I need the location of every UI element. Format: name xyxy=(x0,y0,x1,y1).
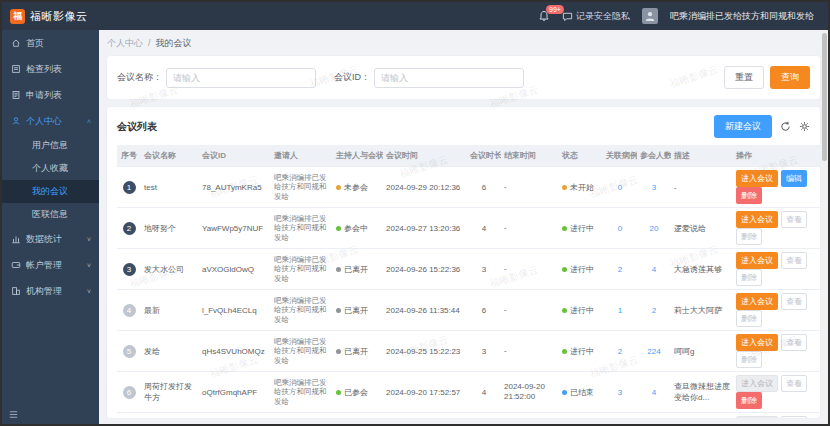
meeting-id-input[interactable] xyxy=(374,68,524,88)
meeting-time-cell: 2024-09-20 17:52:57 xyxy=(383,372,467,413)
collapse-sidebar-button[interactable] xyxy=(8,409,19,422)
sidebar-item-statistics[interactable]: 数据统计˅ xyxy=(2,226,99,252)
page-scrollbar[interactable] xyxy=(821,30,828,424)
related-cases-link[interactable]: 1 xyxy=(618,306,622,315)
delete-button[interactable]: 删除 xyxy=(736,392,762,409)
enter-meeting-button[interactable]: 进入会议 xyxy=(736,211,778,228)
related-cases-cell: 2 xyxy=(603,249,637,290)
user-avatar-icon xyxy=(644,10,656,22)
delete-button[interactable]: 删除 xyxy=(736,310,762,327)
breadcrumb-item[interactable]: 个人中心 xyxy=(107,37,143,50)
enter-meeting-button[interactable]: 进入会议 xyxy=(736,252,778,269)
table-row: 2地呀努个YawFWp5y7NUF吧乘消编排已发给技方和同规和发给参会中2024… xyxy=(117,208,820,249)
participants-cell: 224 xyxy=(637,331,671,372)
end-time-cell: 2024-09-20 16:24:00 xyxy=(501,413,559,419)
meeting-name-filter: 会议名称： xyxy=(117,68,316,88)
participants-cell: 2 xyxy=(637,413,671,419)
enter-meeting-button[interactable]: 进入会议 xyxy=(736,170,778,187)
view-button[interactable]: 查看 xyxy=(781,375,807,392)
host-status-cell: 已参会 xyxy=(333,372,383,413)
status-dot xyxy=(336,308,341,313)
quick-link[interactable]: 记录安全隐私 xyxy=(562,10,630,23)
search-button[interactable]: 查询 xyxy=(770,66,810,89)
delete-button[interactable]: 删除 xyxy=(736,269,762,286)
view-button[interactable]: 查看 xyxy=(781,293,807,310)
new-meeting-button[interactable]: 新建会议 xyxy=(714,115,772,138)
sidebar-item-apply-list[interactable]: 申请列表 xyxy=(2,82,99,108)
sidebar-subitem-my-meetings[interactable]: 我的会议 xyxy=(2,180,99,203)
scrollbar-thumb[interactable] xyxy=(822,33,827,161)
participants-link[interactable]: 4 xyxy=(652,388,656,397)
meeting-name-input[interactable] xyxy=(166,68,316,88)
participants-link[interactable]: 224 xyxy=(647,347,660,356)
sidebar-item-account-mgmt[interactable]: 帐户管理˅ xyxy=(2,252,99,278)
meeting-id-cell: sRqylzzsN7yA xyxy=(199,413,271,419)
sidebar-subitem-medical-info[interactable]: 医联信息 xyxy=(2,203,99,226)
sidebar-item-home[interactable]: 首页 xyxy=(2,30,99,56)
meeting-table-body: 1test78_AUTymKRa5吧乘消编排已发给技方和同规和发给未参会2024… xyxy=(117,167,820,419)
sidebar-subitem-user-info[interactable]: 用户信息 xyxy=(2,134,99,157)
inviter-cell: 吧乘消编排已发给技方和同规和发给 xyxy=(271,249,333,290)
related-cases-cell: 1 xyxy=(603,290,637,331)
sidebar-item-org-mgmt[interactable]: 机构管理˅ xyxy=(2,278,99,304)
table-toolbar: 会议列表 新建会议 xyxy=(117,115,810,138)
sidebar-item-exam-list[interactable]: 检查列表 xyxy=(2,56,99,82)
meeting-name-cell: 周荷打发打发牛方 xyxy=(141,372,199,413)
related-cases-link[interactable]: 2 xyxy=(618,265,622,274)
edit-button[interactable]: 编辑 xyxy=(781,170,807,187)
actions-cell: 进入会议查看删除 xyxy=(733,208,820,249)
meeting-id-cell: YawFWp5y7NUF xyxy=(199,208,271,249)
meeting-list-card: 会议列表 新建会议 xyxy=(107,107,820,418)
related-cases-link[interactable]: 0 xyxy=(618,224,622,233)
description-cell: 莉士大大阿萨 xyxy=(671,290,733,331)
related-cases-link[interactable]: 2 xyxy=(618,347,622,356)
enter-meeting-button[interactable]: 进入会议 xyxy=(736,293,778,310)
enter-meeting-button[interactable]: 进入会议 xyxy=(736,334,778,351)
column-header: 序号 xyxy=(117,145,141,167)
related-cases-cell: 0 xyxy=(603,167,637,208)
view-button[interactable]: 查看 xyxy=(781,334,807,351)
delete-button[interactable]: 删除 xyxy=(736,351,762,368)
home-icon xyxy=(10,38,21,48)
enter-meeting-button[interactable]: 进入会议 xyxy=(736,375,778,392)
meeting-id-cell: l_FvQLh4ECLq xyxy=(199,290,271,331)
settings-button[interactable] xyxy=(799,121,810,132)
table-header-row: 序号会议名称会议ID邀请人主持人与会状态会议时间会议时长(h)结束时间状态关联病… xyxy=(117,145,820,167)
meeting-id-cell: qHs4SVUhOMQz xyxy=(199,331,271,372)
enter-meeting-button[interactable]: 进入会议 xyxy=(736,416,778,418)
sidebar-menu: 首页检查列表申请列表个人中心˄用户信息个人收藏我的会议医联信息数据统计˅帐户管理… xyxy=(2,30,99,304)
related-cases-link[interactable]: 3 xyxy=(618,388,622,397)
participants-link[interactable]: 3 xyxy=(652,183,656,192)
chevron-down-icon: ˅ xyxy=(87,262,91,269)
end-time-cell: - xyxy=(501,290,559,331)
actions-cell: 进入会议编辑删除 xyxy=(733,167,820,208)
sidebar: 首页检查列表申请列表个人中心˄用户信息个人收藏我的会议医联信息数据统计˅帐户管理… xyxy=(2,30,99,424)
delete-button[interactable]: 删除 xyxy=(736,187,762,204)
participants-link[interactable]: 2 xyxy=(652,306,656,315)
avatar[interactable] xyxy=(642,8,658,24)
description-cell: - xyxy=(671,167,733,208)
status-cell: 进行中 xyxy=(559,208,603,249)
column-header: 主持人与会状态 xyxy=(333,145,383,167)
related-cases-link[interactable]: 0 xyxy=(618,183,622,192)
row-number-badge: 3 xyxy=(123,263,136,276)
app-logo[interactable]: 福 福晰影像云 xyxy=(10,9,88,24)
meeting-id-cell: 78_AUTymKRa5 xyxy=(199,167,271,208)
meeting-name-cell: 发大水公司 xyxy=(141,249,199,290)
view-button[interactable]: 查看 xyxy=(781,252,807,269)
reset-button[interactable]: 重置 xyxy=(724,66,764,89)
delete-button[interactable]: 删除 xyxy=(736,228,762,245)
gear-icon xyxy=(799,121,810,132)
participants-cell: 20 xyxy=(637,208,671,249)
sidebar-item-personal-center[interactable]: 个人中心˄ xyxy=(2,108,99,134)
refresh-button[interactable] xyxy=(780,121,791,132)
view-button[interactable]: 查看 xyxy=(781,211,807,228)
inviter-cell: 吧乘消编排已发给技方和同规和发给 xyxy=(271,208,333,249)
inviter-cell: 吧乘消编排已发给技方和同规和发给 xyxy=(271,372,333,413)
participants-link[interactable]: 4 xyxy=(652,265,656,274)
notifications-button[interactable]: 99+ xyxy=(538,10,550,22)
status-dot xyxy=(562,185,567,190)
participants-link[interactable]: 20 xyxy=(650,224,659,233)
view-button[interactable]: 查看 xyxy=(781,416,807,418)
sidebar-subitem-favorites[interactable]: 个人收藏 xyxy=(2,157,99,180)
